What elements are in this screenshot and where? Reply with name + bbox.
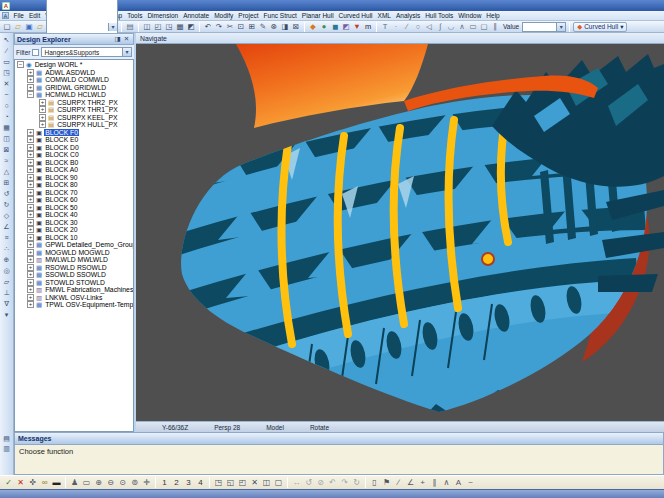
tree-expand-toggle[interactable]: + xyxy=(27,151,34,158)
tree-node-label[interactable]: BLOCK C0 xyxy=(44,151,80,159)
tree-node-label[interactable]: SSOWLD SSOWLD xyxy=(44,271,107,279)
tree-node[interactable]: + ▤ CSURPX KEEL_PX xyxy=(15,114,133,122)
target-icon[interactable]: ◎ xyxy=(2,265,12,276)
chevron-down-icon[interactable]: ▾ xyxy=(556,23,565,31)
angle-icon[interactable]: ∠ xyxy=(2,221,12,232)
tree-expand-toggle[interactable]: + xyxy=(27,84,34,91)
wave-icon[interactable]: ~ xyxy=(465,477,476,489)
menu-item[interactable]: Annotate xyxy=(181,11,212,21)
tree-node-label[interactable]: RSOWLD RSOWLD xyxy=(44,264,108,272)
tree-node[interactable]: + ▤ CSURPX HULL_PX xyxy=(15,121,133,129)
tree-expand-toggle[interactable]: + xyxy=(27,204,34,211)
chevron-down-icon[interactable]: ▾ xyxy=(108,23,117,31)
tree-node-label[interactable]: BLOCK 20 xyxy=(44,226,79,234)
model-tree-icon[interactable]: ● xyxy=(319,22,329,32)
tree-node-label[interactable]: BLOCK 40 xyxy=(44,211,79,219)
tree-expand-toggle[interactable]: + xyxy=(27,129,34,136)
menu-item[interactable]: Help xyxy=(484,11,502,21)
tree-node[interactable]: + ▥ LNKWL OSV-Links xyxy=(15,294,133,302)
menu-item[interactable]: Dimension xyxy=(145,11,181,21)
tree-expand-toggle[interactable]: + xyxy=(27,226,34,233)
close-window-icon[interactable]: ✕ xyxy=(249,477,260,489)
tree-node-label[interactable]: BLOCK 10 xyxy=(44,234,79,242)
tree-expand-toggle[interactable]: + xyxy=(27,166,34,173)
plane-icon[interactable]: ▱ xyxy=(2,276,12,287)
view-settings-icon[interactable]: ◫ xyxy=(142,22,152,32)
tree-node-label[interactable]: MOGWLD MOGWLD xyxy=(44,249,111,257)
text-tool-icon[interactable]: T xyxy=(380,22,390,32)
tree-expand-toggle[interactable]: + xyxy=(27,294,34,301)
add-point-icon[interactable]: + xyxy=(417,477,428,489)
split-view-icon[interactable]: ◫ xyxy=(261,477,272,489)
cascade-windows-icon[interactable]: ◱ xyxy=(225,477,236,489)
close-icon[interactable]: ✕ xyxy=(122,35,131,43)
properties-icon[interactable]: ◨ xyxy=(280,22,290,32)
open-project-icon[interactable]: ▱ xyxy=(35,22,45,32)
triangle-icon[interactable]: △ xyxy=(2,166,12,177)
tree-expand-toggle[interactable]: + xyxy=(27,286,34,293)
tree-node-label[interactable]: COMWLD COMWLD xyxy=(44,76,110,84)
tree-node[interactable]: + ▦ RSOWLD RSOWLD xyxy=(15,264,133,272)
messages-panel-icon[interactable]: ▤ xyxy=(2,434,12,444)
copy-icon[interactable]: ⊡ xyxy=(236,22,246,32)
tree-expand-toggle[interactable]: + xyxy=(27,256,34,263)
tree-node-label[interactable]: CSURPX THR2_PX xyxy=(56,99,119,107)
split-view-icon[interactable]: ◫ xyxy=(2,133,12,144)
label-icon[interactable]: A xyxy=(453,477,464,489)
menu-item[interactable]: Window xyxy=(456,11,484,21)
menu-item[interactable]: Modify xyxy=(212,11,236,21)
tree-node[interactable]: + ▣ BLOCK C0 xyxy=(15,151,133,159)
view-window-icon[interactable]: ◳ xyxy=(2,67,12,78)
orbit-icon[interactable]: ↺ xyxy=(303,477,314,489)
tree-expand-toggle[interactable]: + xyxy=(27,271,34,278)
clash-icon[interactable]: ▯ xyxy=(369,477,380,489)
tree-node-label[interactable]: CSURPX KEEL_PX xyxy=(56,114,118,122)
tree-expand-toggle[interactable]: + xyxy=(39,106,46,113)
print-icon[interactable]: ▤ xyxy=(125,22,135,32)
grid-icon[interactable]: ▦ xyxy=(2,122,12,133)
tree-expand-toggle[interactable]: + xyxy=(27,234,34,241)
circle-icon[interactable]: ○ xyxy=(2,100,12,111)
tree-node-label[interactable]: CSURPX THR1_PX xyxy=(56,106,119,114)
tree-expand-toggle[interactable]: + xyxy=(27,219,34,226)
add-icon[interactable]: ⊕ xyxy=(2,254,12,265)
menu-item[interactable]: Analysis xyxy=(393,11,422,21)
tree-node[interactable]: + ▣ BLOCK D0 xyxy=(15,144,133,152)
tree-node[interactable]: − ◉ Design WORL * xyxy=(15,61,133,69)
link-icon[interactable]: ⊠ xyxy=(291,22,301,32)
extend-icon[interactable]: ↔ xyxy=(291,477,302,489)
edit-pencil-icon[interactable]: ✎ xyxy=(258,22,268,32)
rect-icon[interactable]: ▭ xyxy=(2,56,12,67)
view-preset-2[interactable]: 2 xyxy=(171,477,182,489)
tree-expand-toggle[interactable]: + xyxy=(39,121,46,128)
tree-expand-toggle[interactable]: + xyxy=(39,114,46,121)
tree-expand-toggle[interactable]: + xyxy=(27,249,34,256)
tree-node-label[interactable]: BLOCK E0 xyxy=(44,136,79,144)
tree-node-label[interactable]: ADWL ASDWLD xyxy=(44,69,96,77)
add-view-icon[interactable]: ⊞ xyxy=(2,177,12,188)
tree-node[interactable]: + ▣ BLOCK F0 xyxy=(15,129,133,137)
tree-node-label[interactable]: TPWL OSV-Equipment-Templates xyxy=(44,301,134,309)
tree-node[interactable]: + ▣ BLOCK B0 xyxy=(15,159,133,167)
line-tool-icon[interactable]: ∕ xyxy=(402,22,412,32)
undo-view-icon[interactable]: ↶ xyxy=(327,477,338,489)
tree-expand-toggle[interactable]: + xyxy=(27,181,34,188)
log-panel-icon[interactable]: ▥ xyxy=(2,444,12,454)
tree-node[interactable]: + ▦ COMWLD COMWLD xyxy=(15,76,133,84)
points-icon[interactable]: ∴ xyxy=(2,243,12,254)
more-icon[interactable]: ▾ xyxy=(2,309,12,320)
delete-icon[interactable]: ✕ xyxy=(2,78,12,89)
snap-icon[interactable]: ∧ xyxy=(441,477,452,489)
curve-icon[interactable]: ~ xyxy=(2,89,12,100)
redo-view-icon[interactable]: ↷ xyxy=(339,477,350,489)
save-icon[interactable]: ▣ xyxy=(24,22,34,32)
tree-node-label[interactable]: STOWLD STOWLD xyxy=(44,279,106,287)
open-folder-icon[interactable]: ▱ xyxy=(13,22,23,32)
tree-node-label[interactable]: BLOCK B0 xyxy=(44,159,79,167)
tree-node-label[interactable]: BLOCK 30 xyxy=(44,219,79,227)
zoom-out-icon[interactable]: ⊖ xyxy=(105,477,116,489)
chevron-down-icon[interactable]: ▾ xyxy=(122,48,131,56)
menu-item[interactable]: Hull Tools xyxy=(423,11,456,21)
tree-expand-toggle[interactable]: + xyxy=(27,264,34,271)
menu-item[interactable]: XML xyxy=(375,11,393,21)
